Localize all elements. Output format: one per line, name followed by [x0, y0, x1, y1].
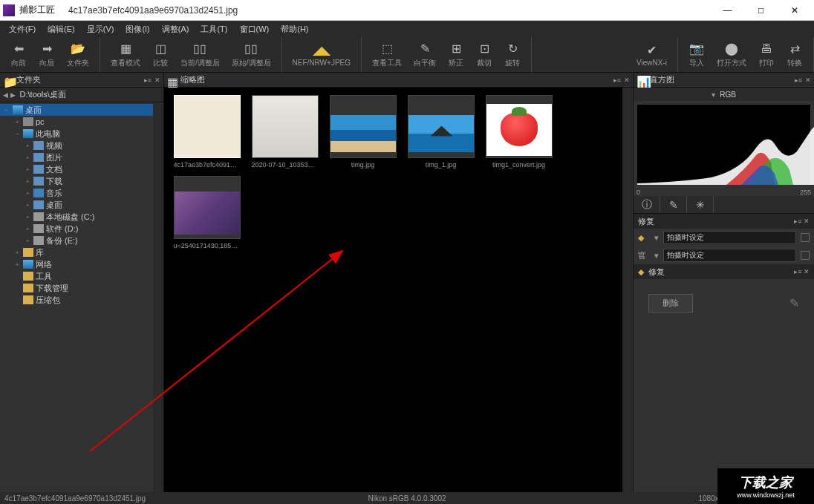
tab-edit[interactable]: ✎: [660, 196, 687, 213]
view-tool-button[interactable]: ⬚查看工具: [366, 37, 408, 72]
delete-button[interactable]: 删除: [648, 294, 693, 312]
tree-item[interactable]: +库: [0, 246, 153, 258]
viewnx-button[interactable]: ✔ViewNX-i: [631, 37, 673, 72]
menu-window[interactable]: 窗口(W): [234, 22, 276, 36]
tree-expand-icon[interactable]: +: [24, 143, 31, 149]
tree-item[interactable]: 工具: [0, 270, 153, 282]
breadcrumb-back-icon[interactable]: ◀ ▶: [3, 91, 16, 99]
panel-menu-icon[interactable]: ▸≡: [144, 76, 152, 84]
whitebalance-button[interactable]: ✎白平衡: [408, 37, 442, 72]
tree-item[interactable]: +网络: [0, 258, 153, 270]
setting-dropdown-2[interactable]: 拍摄时设定: [663, 249, 796, 262]
tree-item[interactable]: −此电脑: [0, 128, 153, 140]
pre-post-button[interactable]: ▯▯当前/调整后: [175, 37, 226, 72]
tree-expand-icon[interactable]: +: [24, 190, 31, 197]
tree-expand-icon[interactable]: +: [13, 261, 21, 268]
tree-item[interactable]: +音乐: [0, 187, 153, 199]
tree-item[interactable]: 压缩包: [0, 294, 153, 306]
thumbnail-item[interactable]: timg1_convert.jpg: [483, 95, 554, 168]
tree-item-label: 下载: [46, 176, 62, 187]
tree-expand-icon[interactable]: +: [24, 226, 31, 232]
crop-button[interactable]: ⊡裁切: [470, 37, 498, 72]
repair-subsection-header[interactable]: ◆ 修复 ▸≡ ✕: [634, 264, 814, 279]
thumbnail-item[interactable]: timg_1.jpg: [406, 95, 476, 168]
tree-item[interactable]: 下载管理: [0, 282, 153, 294]
split-icon: ▯▯: [192, 42, 207, 56]
tree-item[interactable]: +桌面: [0, 199, 153, 211]
thumb-label: timg1_convert.jpg: [492, 161, 545, 168]
setting-checkbox-1[interactable]: [801, 233, 810, 242]
tab-info[interactable]: ⓘ: [634, 196, 660, 213]
nav-forward-button[interactable]: ➡向后: [33, 37, 61, 72]
import-button[interactable]: 📷导入: [683, 37, 711, 72]
arrow-right-icon: ➡: [39, 42, 54, 56]
repair-section-header[interactable]: 修复 ▸≡ ✕: [634, 214, 814, 229]
tree-expand-icon[interactable]: +: [24, 238, 31, 244]
menu-help[interactable]: 帮助(H): [275, 22, 314, 36]
thumbnail-item[interactable]: u=2540171430,18589162...: [172, 176, 242, 249]
compare-button[interactable]: ◫比较: [146, 37, 175, 72]
tree-item[interactable]: +备份 (E:): [0, 235, 153, 246]
thumbnail-grid[interactable]: 4c17ae3b7efc4091aa9e69... 2020-07-10_103…: [164, 88, 633, 492]
menu-tools[interactable]: 工具(T): [195, 22, 233, 36]
chevron-down-icon[interactable]: ▾: [654, 251, 659, 261]
tree-expand-icon[interactable]: +: [13, 119, 21, 125]
menu-view[interactable]: 显示(V): [81, 22, 120, 36]
close-button[interactable]: ✕: [778, 0, 811, 21]
tree-expand-icon[interactable]: −: [3, 107, 10, 114]
tree-item[interactable]: +软件 (D:): [0, 223, 153, 235]
section-menu-icon[interactable]: ▸≡ ✕: [794, 268, 810, 275]
menu-adjust[interactable]: 调整(A): [156, 22, 195, 36]
thumbnail-item[interactable]: 2020-07-10_103536.jpg: [250, 95, 320, 168]
correct-button[interactable]: ⊞矫正: [442, 37, 470, 72]
folder-button[interactable]: 📂文件夹: [61, 37, 95, 72]
open-method-button[interactable]: ⬤打开方式: [711, 37, 752, 72]
setting-checkbox-2[interactable]: [801, 251, 810, 260]
tree-node-icon: [33, 212, 44, 221]
menu-file[interactable]: 文件(F): [3, 22, 42, 36]
menu-image[interactable]: 图像(I): [120, 22, 155, 36]
tree-item[interactable]: +下载: [0, 175, 153, 187]
tree-item[interactable]: +图片: [0, 151, 153, 163]
minimize-button[interactable]: —: [711, 0, 744, 21]
tree-item[interactable]: +文档: [0, 163, 153, 175]
histogram-mode-label: RGB: [720, 91, 736, 99]
thumbnail-item[interactable]: 4c17ae3b7efc4091aa9e69...: [172, 95, 242, 168]
view-mode-button[interactable]: ▦查看模式: [105, 37, 146, 72]
orig-post-button[interactable]: ▯▯原始/调整后: [226, 37, 277, 72]
panel-close-icon[interactable]: ✕: [805, 76, 811, 84]
folder-tree[interactable]: −桌面+pc−此电脑+视频+图片+文档+下载+音乐+桌面+本地磁盘 (C:)+软…: [0, 102, 153, 492]
print-button[interactable]: 🖶打印: [752, 37, 781, 72]
tree-expand-icon[interactable]: +: [24, 178, 31, 185]
brush-icon[interactable]: ✎: [789, 296, 799, 310]
tree-scrollbar[interactable]: [153, 102, 163, 492]
setting-dropdown-1[interactable]: 拍摄时设定: [663, 231, 796, 244]
nef-button[interactable]: ◢◣NEF/NRW+JPEG: [287, 37, 356, 72]
tree-expand-icon[interactable]: −: [13, 131, 21, 137]
menu-edit[interactable]: 编辑(E): [42, 22, 81, 36]
tab-effects[interactable]: ✳: [687, 196, 714, 213]
tree-expand-icon[interactable]: +: [24, 154, 31, 161]
rotate-button[interactable]: ↻旋转: [498, 37, 527, 72]
panel-close-icon[interactable]: ✕: [624, 76, 630, 84]
thumbnail-item[interactable]: timg.jpg: [328, 95, 398, 168]
tree-expand-icon[interactable]: +: [24, 202, 31, 209]
tree-item[interactable]: +pc: [0, 116, 153, 128]
panel-menu-icon[interactable]: ▸≡: [613, 76, 621, 84]
nav-back-button[interactable]: ⬅向前: [4, 37, 33, 72]
tree-item[interactable]: +本地磁盘 (C:): [0, 211, 153, 223]
tree-expand-icon[interactable]: +: [24, 214, 31, 220]
maximize-button[interactable]: □: [744, 0, 778, 21]
section-menu-icon[interactable]: ▸≡ ✕: [794, 217, 810, 225]
tree-item[interactable]: −桌面: [0, 104, 153, 116]
histogram-mode-selector[interactable]: ▾ RGB: [634, 88, 814, 101]
tree-item[interactable]: +视频: [0, 140, 153, 151]
panel-menu-icon[interactable]: ▸≡: [795, 76, 802, 84]
tree-expand-icon[interactable]: +: [13, 249, 21, 256]
panel-close-icon[interactable]: ✕: [154, 76, 160, 84]
center-scrollbar[interactable]: [622, 88, 633, 492]
convert-button[interactable]: ⇄转换: [781, 37, 809, 72]
chevron-down-icon[interactable]: ▾: [654, 233, 659, 243]
breadcrumb[interactable]: ◀ ▶ D:\tools\桌面: [0, 88, 163, 102]
tree-expand-icon[interactable]: +: [24, 166, 31, 173]
